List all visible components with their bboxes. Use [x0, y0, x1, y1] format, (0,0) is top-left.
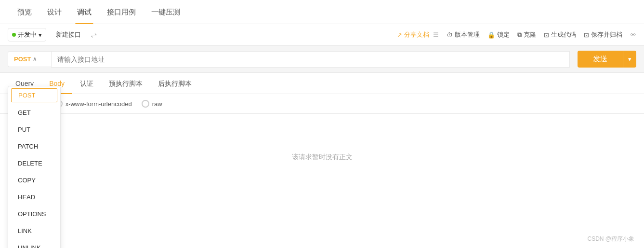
tab-debug[interactable]: 调试 — [69, 0, 99, 24]
tab-auth[interactable]: 认证 — [72, 73, 101, 94]
save-archive-action[interactable]: ⊡ 保存并归档 — [584, 30, 622, 39]
lock-action[interactable]: 🔒 锁定 — [487, 30, 510, 39]
clock-icon: ⏱ — [447, 31, 453, 39]
tab-design[interactable]: 设计 — [39, 0, 69, 24]
toolbar-actions: ☰ ⏱ 版本管理 🔒 锁定 ⧉ 克隆 ⊡ 生成代码 ⊡ 保存并归档 👁 — [433, 30, 636, 39]
dropdown-item-copy[interactable]: COPY — [8, 172, 60, 189]
dropdown-item-put[interactable]: PUT — [8, 121, 60, 138]
radio-label-urlencoded: x-www-form-urlencoded — [66, 100, 132, 108]
lock-label: 锁定 — [497, 30, 510, 39]
arrange-action[interactable]: ☰ — [433, 31, 439, 39]
dropdown-item-patch[interactable]: PATCH — [8, 138, 60, 155]
tab-stress[interactable]: 一键压测 — [144, 0, 188, 24]
generate-code-action[interactable]: ⊡ 生成代码 — [544, 30, 576, 39]
url-bar: POST ∧ 发送 ▾ — [0, 46, 644, 73]
clone-label: 克隆 — [524, 30, 536, 39]
radio-circle-raw — [142, 100, 149, 108]
env-status-dot — [12, 33, 16, 37]
send-button-group: 发送 ▾ — [578, 51, 636, 68]
radio-raw[interactable]: raw — [142, 100, 162, 108]
sort-icon[interactable]: ⇌ — [91, 30, 97, 40]
save-label: 保存并归档 — [591, 30, 622, 39]
share-button[interactable]: ↗ 分享文档 — [397, 30, 429, 39]
method-selector[interactable]: POST ∧ — [8, 51, 51, 67]
clone-action[interactable]: ⧉ 克隆 — [517, 30, 536, 39]
dropdown-item-post[interactable]: POST — [11, 88, 57, 102]
new-api-button[interactable]: 新建接口 — [50, 28, 87, 41]
method-chevron-icon: ∧ — [33, 56, 37, 62]
tab-preview[interactable]: 预览 — [10, 0, 39, 24]
generate-label: 生成代码 — [551, 30, 576, 39]
clone-icon: ⧉ — [517, 31, 522, 39]
send-dropdown-icon: ▾ — [628, 55, 631, 63]
params-tabs: Query Body 认证 预执行脚本 后执行脚本 — [0, 73, 644, 94]
radio-label-raw: raw — [152, 100, 162, 108]
method-label: POST — [14, 55, 31, 63]
share-icon: ↗ — [397, 31, 402, 39]
tab-pre-script[interactable]: 预执行脚本 — [101, 73, 150, 94]
tab-examples[interactable]: 接口用例 — [99, 0, 144, 24]
env-label: 开发中 — [18, 30, 37, 39]
dropdown-item-get[interactable]: GET — [8, 104, 60, 121]
env-chevron-icon: ▾ — [39, 31, 42, 39]
body-options: form-data x-www-form-urlencoded raw — [0, 94, 644, 114]
body-empty-state: 该请求暂时没有正文 — [0, 114, 644, 201]
send-button[interactable]: 发送 — [578, 51, 623, 68]
send-dropdown-button[interactable]: ▾ — [623, 51, 636, 68]
radio-urlencoded[interactable]: x-www-form-urlencoded — [55, 100, 132, 108]
version-label: 版本管理 — [455, 30, 480, 39]
top-navigation: 预览 设计 调试 接口用例 一键压测 — [0, 0, 644, 24]
lock-icon: 🔒 — [487, 31, 495, 39]
body-empty-text: 该请求暂时没有正文 — [292, 153, 353, 162]
version-action[interactable]: ⏱ 版本管理 — [447, 30, 480, 39]
save-icon: ⊡ — [584, 31, 589, 39]
env-selector[interactable]: 开发中 ▾ — [8, 28, 46, 41]
method-dropdown: POST GET PUT PATCH DELETE COPY HEAD OPTI… — [8, 86, 61, 201]
eye-icon[interactable]: 👁 — [630, 31, 636, 39]
generate-icon: ⊡ — [544, 31, 549, 39]
toolbar: 开发中 ▾ 新建接口 ⇌ ↗ 分享文档 ☰ ⏱ 版本管理 🔒 锁定 ⧉ 克隆 ⊡… — [0, 24, 644, 46]
share-label: 分享文档 — [404, 30, 429, 39]
url-input[interactable] — [51, 51, 570, 68]
tab-post-script[interactable]: 后执行脚本 — [150, 73, 199, 94]
dropdown-item-delete[interactable]: DELETE — [8, 155, 60, 172]
arrange-icon: ☰ — [433, 31, 439, 39]
dropdown-item-head[interactable]: HEAD — [8, 189, 60, 201]
